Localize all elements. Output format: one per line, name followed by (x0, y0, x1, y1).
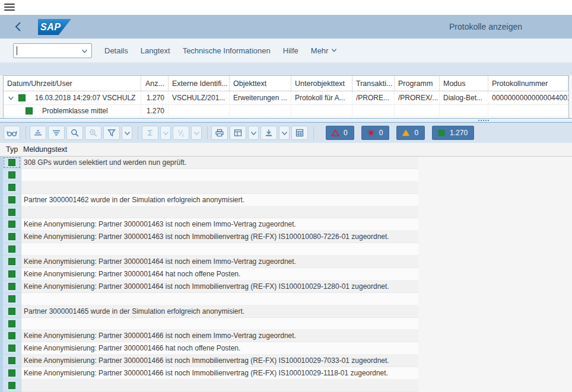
list-item[interactable]: Partner 3000001465 wurde in der Simulati… (0, 305, 418, 318)
success-square-icon (8, 382, 15, 389)
mehr-label: Mehr (311, 46, 329, 55)
success-square-icon (18, 94, 26, 101)
log-programm: /PROREX/... (395, 91, 440, 104)
splitter-dots-icon (478, 120, 489, 121)
count-label: 0 (414, 129, 418, 137)
list-item[interactable] (0, 206, 418, 219)
column-header-externe-id[interactable]: Externe Identifi... (169, 76, 230, 91)
list-item[interactable]: Keine Anonymisierung: Partner 3000001464… (0, 281, 418, 293)
filter-menu-button[interactable] (122, 126, 132, 140)
list-item[interactable]: Keine Anonymisierung: Partner 3000001466… (0, 355, 418, 367)
subtotal-button[interactable]: 1 2 (173, 126, 189, 140)
menu-item-mehr[interactable]: Mehr (311, 46, 338, 55)
details-glasses-button[interactable] (4, 126, 20, 140)
filter-success-button[interactable]: 1.270 (432, 126, 474, 140)
filter-funnel-icon (107, 128, 116, 138)
success-square-icon (8, 345, 15, 352)
find-next-button[interactable] (85, 126, 101, 140)
message-text (21, 206, 418, 219)
column-header-anzahl[interactable]: Anz... (141, 76, 169, 91)
message-text: Keine Anonymisierung: Partner 3000001466… (21, 367, 418, 380)
filter-warnings-button[interactable]: 0 (396, 126, 425, 140)
views-button[interactable] (230, 126, 246, 140)
message-type-cell (3, 380, 21, 392)
hamburger-menu-icon[interactable] (4, 4, 15, 11)
export-menu-button[interactable] (279, 126, 290, 140)
subtotal-menu-button[interactable] (191, 126, 202, 140)
list-item[interactable]: Keine Anonymisierung: Partner 3000001466… (0, 367, 418, 380)
message-type-cell (3, 243, 21, 256)
layout-grid-button[interactable] (291, 126, 308, 140)
sum-menu-button[interactable] (160, 126, 171, 140)
list-item[interactable] (0, 181, 418, 194)
message-text (21, 243, 418, 256)
back-button[interactable] (12, 20, 24, 33)
message-text: Keine Anonymisierung: Partner 3000001464… (21, 281, 418, 293)
toolbar-separator (313, 126, 314, 139)
sort-descending-button[interactable] (48, 126, 65, 140)
column-header-transaktion[interactable]: Transakti... (352, 76, 395, 91)
log-transaktion: /PRORE... (352, 91, 395, 104)
menu-item-hilfe[interactable]: Hilfe (283, 46, 298, 55)
sigma-icon (145, 128, 155, 138)
sort-ascending-button[interactable] (30, 126, 46, 140)
sum-button[interactable] (142, 126, 158, 140)
column-header-datum[interactable]: Datum/Uhrzeit/User (4, 76, 141, 91)
menu-item-langtext[interactable]: Langtext (141, 46, 170, 55)
expand-chevron-icon[interactable] (7, 94, 15, 102)
filter-button[interactable] (103, 126, 120, 140)
find-button[interactable] (66, 126, 83, 140)
views-menu-button[interactable] (248, 126, 259, 140)
log-table-header: Datum/Uhrzeit/User Anz... Externe Identi… (4, 76, 568, 91)
filter-errors-circle-button[interactable]: 0 (361, 126, 390, 140)
list-item[interactable]: Keine Anonymisierung: Partner 3000001463… (0, 231, 418, 243)
column-header-protokollnummer[interactable]: Protokollnummer (488, 76, 568, 91)
success-square-icon (8, 184, 15, 191)
list-item[interactable] (0, 318, 418, 330)
column-header-programm[interactable]: Programm (395, 76, 440, 91)
search-icon (70, 128, 80, 138)
message-type-cell (3, 281, 21, 293)
message-text (21, 318, 418, 330)
list-item[interactable]: Keine Anonymisierung: Partner 3000001463… (0, 218, 418, 231)
column-header-objekttext[interactable]: Objekttext (230, 76, 291, 91)
list-item[interactable]: Keine Anonymisierung: Partner 3000001464… (0, 256, 418, 268)
column-header-unterobjekttext[interactable]: Unterobjekttext (291, 76, 352, 91)
splitter-handle[interactable] (0, 118, 572, 123)
back-chevron-icon (15, 21, 21, 32)
list-item[interactable] (0, 293, 418, 305)
message-list-header: Typ Meldungstext (0, 143, 572, 157)
message-type-cell (3, 194, 21, 206)
list-item[interactable] (0, 169, 418, 181)
list-item[interactable]: 308 GPs wurden selektiert und werden nun… (0, 157, 418, 169)
list-item[interactable]: Keine Anonymisierung: Partner 3000001464… (0, 268, 418, 281)
message-type-cell (3, 342, 21, 355)
message-text: Keine Anonymisierung: Partner 3000001463… (21, 231, 418, 243)
table-row[interactable]: 16.03.2018 14:29:07 VSCHULZ 1.270 VSCHUL… (4, 91, 568, 105)
table-row[interactable]: Problemklasse mittel 1.270 (4, 105, 568, 117)
error-circle-icon (367, 129, 375, 137)
export-button[interactable] (260, 126, 277, 140)
svg-text:2: 2 (182, 133, 185, 137)
message-text: Partner 3000001465 wurde in der Simulati… (21, 305, 418, 318)
command-combobox[interactable] (13, 43, 92, 58)
menu-item-technische-informationen[interactable]: Technische Informationen (183, 46, 271, 55)
filter-errors-triangle-button[interactable]: 0 (326, 126, 354, 140)
list-item[interactable] (0, 243, 418, 256)
message-text: Partner 3000001462 wurde in der Simulati… (21, 194, 418, 206)
list-item[interactable]: Keine Anonymisierung: Partner 3000001466… (0, 330, 418, 342)
menu-item-details[interactable]: Details (104, 46, 128, 55)
success-square-icon (8, 258, 15, 265)
column-header-modus[interactable]: Modus (440, 76, 488, 91)
count-label: 1.270 (450, 129, 468, 137)
success-square-icon (8, 357, 15, 364)
print-button[interactable] (211, 126, 228, 140)
column-header-meldungstext: Meldungstext (21, 145, 67, 154)
message-type-cell (3, 256, 21, 268)
list-item[interactable]: Partner 3000001462 wurde in der Simulati… (0, 194, 418, 206)
log-external-id: VSCHULZ/201... (169, 91, 230, 104)
list-item[interactable]: Keine Anonymisierung: Partner 3000001466… (0, 342, 418, 355)
message-toolbar: 1 2 (0, 123, 572, 143)
message-type-cell (3, 157, 21, 169)
list-item[interactable] (0, 380, 418, 392)
